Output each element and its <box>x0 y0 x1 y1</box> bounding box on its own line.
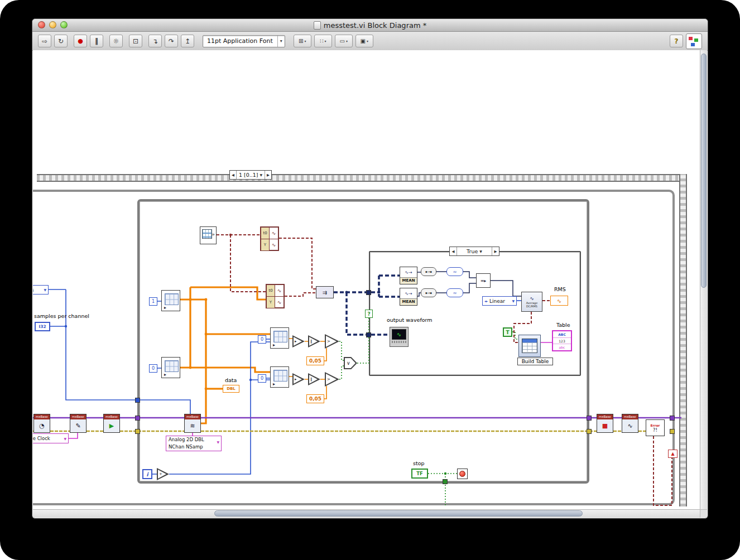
index-array-node-2[interactable]: ▸ <box>161 357 180 378</box>
next-frame-arrow[interactable]: ▶ <box>265 171 271 179</box>
constant-zero-c[interactable]: 0 <box>258 374 266 383</box>
wire-threshold-upper[interactable] <box>324 348 326 361</box>
horizontal-scrollbar-thumb[interactable] <box>214 510 583 516</box>
navigation-window-button[interactable] <box>686 33 702 49</box>
run-continuous-button[interactable]: ↻ <box>54 35 68 47</box>
previous-frame-arrow[interactable]: ◀ <box>230 171 236 179</box>
merge-signals-node[interactable]: ⇉ <box>316 286 334 298</box>
output-waveform-label[interactable]: output waveform <box>387 317 433 323</box>
conversion-node-lower[interactable]: ▪→▪ <box>421 288 436 297</box>
wire-booleans-to-or[interactable] <box>339 341 344 379</box>
iteration-terminal[interactable]: i <box>142 469 152 479</box>
daqmx-start-task-node[interactable]: mxBase ▶ <box>103 414 120 433</box>
case-selector[interactable]: ◀ True ▼ ▶ <box>449 247 499 256</box>
abort-button[interactable]: ● <box>74 35 87 47</box>
pause-button[interactable]: ‖ <box>90 35 103 47</box>
loop-condition-terminal[interactable] <box>457 469 468 479</box>
linear-dropdown[interactable]: ◂▸ Linear ▼ <box>482 296 517 306</box>
retain-wire-values-button[interactable]: ⊡ <box>129 35 142 47</box>
wire-threshold-lower[interactable] <box>324 386 326 399</box>
waveform-reference-node[interactable]: » <box>200 226 217 244</box>
rms-label[interactable]: RMS <box>554 286 566 292</box>
highlight-execution-button[interactable]: ☼ <box>109 35 123 47</box>
wire-data-array-trunk[interactable] <box>180 300 206 423</box>
mean-node-lower[interactable]: ∿→ MEAN <box>400 288 417 306</box>
tunnel-error-right[interactable] <box>587 429 592 434</box>
index-array-node-1[interactable]: ▸ <box>161 290 180 311</box>
to-dynamic-data-node-lower[interactable]: ≈ <box>446 288 463 297</box>
close-button[interactable] <box>38 21 45 28</box>
threshold-constant-upper[interactable]: 0,05 <box>306 356 324 365</box>
distribute-objects-button[interactable]: ∷▾ <box>314 35 332 47</box>
frame-menu-icon[interactable]: ▼ <box>260 173 262 177</box>
output-waveform-terminal[interactable]: ∿ <box>390 327 409 347</box>
constant-zero-a[interactable]: 0 <box>149 364 157 373</box>
index-array-node-4[interactable]: ▸ <box>270 366 289 388</box>
vertical-scrollbar[interactable] <box>700 50 707 510</box>
samples-per-channel-terminal[interactable]: I32 <box>35 322 50 331</box>
stop-boolean-terminal[interactable]: TF <box>411 469 428 479</box>
wire-signal-to-means[interactable] <box>371 276 400 297</box>
tunnel-error-frame[interactable] <box>670 429 675 434</box>
wire-true-constant[interactable] <box>512 332 518 339</box>
build-table-express-vi[interactable] <box>518 335 541 357</box>
tunnel-task-frame[interactable] <box>670 416 675 421</box>
daqmx-timing-node[interactable]: mxBase ✎ <box>70 414 87 433</box>
tunnel-signal-lower[interactable] <box>366 332 371 337</box>
daqmx-clear-task-node[interactable]: mxBase ∿ <box>622 414 638 433</box>
daqmx-read-node[interactable]: mxBase ≋ <box>184 414 201 433</box>
wire-merge-to-dcrms[interactable] <box>491 281 521 296</box>
sample-clock-dropdown[interactable]: ple Clock ▼ <box>33 433 69 443</box>
context-help-button[interactable]: ? <box>670 35 683 47</box>
build-waveform-node-lower[interactable]: t0∿ Y∿ <box>266 284 285 308</box>
build-array-node[interactable]: ≡▸ <box>476 273 491 288</box>
step-into-button[interactable]: ↴ <box>148 35 162 47</box>
previous-case-arrow[interactable]: ◀ <box>450 247 457 255</box>
horizontal-scrollbar[interactable] <box>33 509 701 518</box>
tunnel-samples[interactable] <box>135 398 140 403</box>
threshold-constant-lower[interactable]: 0,05 <box>306 394 324 403</box>
index-array-node-3[interactable]: ▸ <box>270 327 289 349</box>
daqmx-create-channel-node[interactable]: mxBase ◔ <box>33 414 50 433</box>
to-dynamic-data-node-upper[interactable]: ≈ <box>446 267 463 276</box>
table-label[interactable]: Table <box>556 322 570 328</box>
step-out-button[interactable]: ↥ <box>181 35 194 47</box>
reorder-button[interactable]: ▣▾ <box>355 35 373 47</box>
warning-tunnel[interactable]: ▲ <box>668 450 677 458</box>
wire-timestamp[interactable] <box>217 235 266 292</box>
tunnel-error-left[interactable] <box>135 429 140 434</box>
conversion-node-upper[interactable]: ▪→▪ <box>421 267 436 276</box>
data-label[interactable]: data <box>225 377 237 383</box>
constant-one[interactable]: 1 <box>149 297 157 306</box>
data-array-indicator[interactable]: DBL <box>223 385 239 393</box>
case-menu-icon[interactable]: ▼ <box>479 249 482 253</box>
resize-objects-button[interactable]: ▭▾ <box>335 35 353 47</box>
build-waveform-node-upper[interactable]: t0∿ Y∿ <box>260 226 279 251</box>
title-bar[interactable]: messtest.vi Block Diagram * <box>32 19 708 32</box>
rms-indicator-terminal[interactable]: ∿ <box>550 296 568 306</box>
tunnel-signal-upper[interactable] <box>366 290 371 295</box>
block-diagram-canvas[interactable]: ◀ 1 [0..1] ▼ ▶ ◀ True ▼ ▶ es ▼ samples p… <box>33 50 701 510</box>
table-indicator-terminal[interactable]: ABC 123 abc <box>552 330 572 351</box>
case-selector-terminal[interactable]: ? <box>365 310 373 318</box>
vertical-scrollbar-thumb[interactable] <box>701 54 707 288</box>
run-button[interactable]: ⇨ <box>38 35 51 47</box>
font-selector[interactable]: 11pt Application Font ▾ <box>203 35 285 47</box>
enum-dropdown-partial[interactable]: es ▼ <box>33 285 49 295</box>
mean-node-upper[interactable]: ∿→ MEAN <box>400 267 417 284</box>
constant-zero-b[interactable]: 0 <box>258 335 266 344</box>
tunnel-task-right[interactable] <box>587 416 592 421</box>
step-over-button[interactable]: ↷ <box>165 35 178 47</box>
minimize-button[interactable] <box>49 21 56 28</box>
align-objects-button[interactable]: ⊞▾ <box>294 35 311 47</box>
wire-error-branch-right[interactable] <box>653 436 672 505</box>
sequence-frame-selector[interactable]: ◀ 1 [0..1] ▼ ▶ <box>229 170 272 180</box>
polymorphic-selector-dropdown[interactable]: Analog 2D DBL NChan NSamp ▼ <box>166 436 222 451</box>
zoom-button[interactable] <box>60 21 68 28</box>
averaged-dc-rms-node[interactable]: ∿ Average DC/RMS <box>521 292 542 312</box>
stop-label[interactable]: stop <box>413 460 425 466</box>
tunnel-stop-bottom[interactable] <box>443 479 448 484</box>
tunnel-task-left[interactable] <box>135 416 140 421</box>
wire-stop-boolean[interactable] <box>428 474 457 506</box>
build-table-label[interactable]: Build Table <box>517 358 553 365</box>
